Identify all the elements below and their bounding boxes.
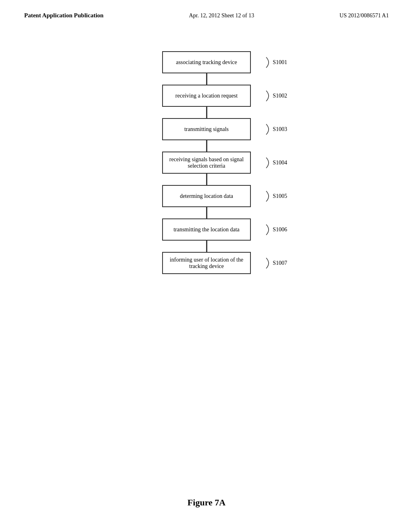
step-box-s1005: determing location data bbox=[162, 185, 251, 207]
bracket-icon bbox=[265, 224, 272, 236]
step-label-s1005: S1005 bbox=[265, 190, 287, 202]
step-row-s1002: receiving a location requestS1002 bbox=[162, 85, 251, 107]
figure-caption: Figure 7A bbox=[188, 497, 225, 508]
connector-0 bbox=[162, 73, 251, 85]
step-row-s1004: receiving signals based on signal select… bbox=[162, 152, 251, 174]
header-right-text: US 2012/0086571 A1 bbox=[340, 12, 389, 19]
step-code-s1005: S1005 bbox=[273, 193, 287, 200]
flow-arrow bbox=[206, 73, 207, 85]
step-code-s1007: S1007 bbox=[273, 260, 287, 266]
connector-4 bbox=[162, 207, 251, 218]
flow-arrow bbox=[206, 107, 207, 118]
step-box-s1006: transmitting the location data bbox=[162, 218, 251, 241]
bracket-icon bbox=[265, 257, 272, 269]
step-row-s1007: informing user of location of the tracki… bbox=[162, 252, 251, 274]
step-row-s1005: determing location dataS1005 bbox=[162, 185, 251, 207]
flow-arrow bbox=[206, 174, 207, 185]
flowchart: associating tracking deviceS1001receivin… bbox=[162, 51, 251, 274]
connector-1 bbox=[162, 107, 251, 118]
diagram-container: associating tracking deviceS1001receivin… bbox=[0, 51, 413, 274]
step-code-s1003: S1003 bbox=[273, 126, 287, 133]
bracket-icon bbox=[265, 90, 272, 102]
step-label-s1006: S1006 bbox=[265, 224, 287, 236]
step-code-s1004: S1004 bbox=[273, 160, 287, 166]
step-label-s1002: S1002 bbox=[265, 90, 287, 102]
step-label-s1007: S1007 bbox=[265, 257, 287, 269]
bracket-icon bbox=[265, 123, 272, 135]
header-center-text: Apr. 12, 2012 Sheet 12 of 13 bbox=[189, 12, 254, 19]
page-header: Patent Application Publication Apr. 12, … bbox=[0, 0, 413, 19]
step-label-s1004: S1004 bbox=[265, 157, 287, 169]
step-label-s1003: S1003 bbox=[265, 123, 287, 135]
connector-2 bbox=[162, 140, 251, 152]
connector-5 bbox=[162, 241, 251, 252]
bracket-icon bbox=[265, 190, 272, 202]
flow-arrow bbox=[206, 241, 207, 252]
step-box-s1004: receiving signals based on signal select… bbox=[162, 152, 251, 174]
flow-arrow bbox=[206, 207, 207, 218]
step-code-s1002: S1002 bbox=[273, 93, 287, 99]
bracket-icon bbox=[265, 157, 272, 169]
bracket-icon bbox=[265, 56, 272, 69]
step-row-s1006: transmitting the location dataS1006 bbox=[162, 218, 251, 241]
step-code-s1001: S1001 bbox=[273, 59, 287, 66]
flow-arrow bbox=[206, 140, 207, 152]
step-box-s1007: informing user of location of the tracki… bbox=[162, 252, 251, 274]
step-box-s1002: receiving a location request bbox=[162, 85, 251, 107]
step-code-s1006: S1006 bbox=[273, 227, 287, 233]
step-row-s1001: associating tracking deviceS1001 bbox=[162, 51, 251, 73]
header-left-text: Patent Application Publication bbox=[24, 12, 104, 19]
step-label-s1001: S1001 bbox=[265, 56, 287, 69]
step-box-s1001: associating tracking device bbox=[162, 51, 251, 73]
step-row-s1003: transmitting signalsS1003 bbox=[162, 118, 251, 140]
step-box-s1003: transmitting signals bbox=[162, 118, 251, 140]
connector-3 bbox=[162, 174, 251, 185]
